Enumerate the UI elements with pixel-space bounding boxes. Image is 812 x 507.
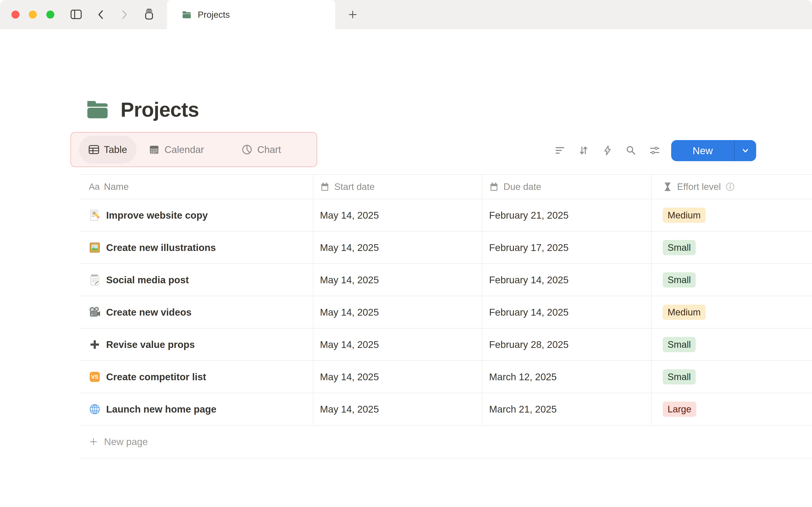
view-label: Chart — [257, 144, 281, 155]
heavy-plus-icon — [89, 339, 101, 350]
framed-picture-icon — [89, 242, 101, 253]
calendar-icon — [320, 182, 329, 191]
folder-icon — [182, 10, 192, 20]
start-date-cell[interactable]: May 14, 2025 — [313, 393, 482, 425]
page-name: Improve website copy — [106, 210, 208, 221]
effort-cell[interactable]: Medium — [652, 296, 812, 328]
column-header-due-date[interactable]: Due date — [482, 175, 652, 199]
new-button[interactable]: New — [671, 140, 734, 161]
effort-badge: Large — [663, 402, 696, 417]
pie-chart-icon — [241, 144, 253, 155]
start-date: May 14, 2025 — [320, 339, 379, 350]
effort-cell[interactable]: Small — [652, 231, 812, 264]
view-label: Table — [104, 144, 127, 155]
tab-chart-view[interactable]: Chart — [241, 144, 281, 155]
table-row: VS Create competitor list May 14, 2025 M… — [79, 361, 812, 393]
back-icon[interactable] — [97, 9, 104, 20]
name-cell[interactable]: Revise value props — [79, 329, 313, 360]
start-date-cell[interactable]: May 14, 2025 — [313, 231, 482, 264]
start-date: May 14, 2025 — [320, 274, 379, 286]
chevron-down-icon — [740, 146, 751, 156]
page-name: Revise value props — [106, 339, 195, 350]
forward-icon[interactable] — [121, 9, 129, 20]
name-cell[interactable]: Create new videos — [79, 296, 313, 328]
filter-icon[interactable] — [554, 145, 565, 156]
tab-title: Projects — [198, 10, 230, 20]
tab-table-view[interactable]: Table — [79, 135, 136, 164]
start-date: May 14, 2025 — [320, 306, 379, 318]
automation-bolt-icon[interactable] — [602, 145, 613, 156]
column-label: Due date — [504, 181, 541, 192]
due-date-cell[interactable]: February 21, 2025 — [482, 199, 652, 231]
close-window-button[interactable] — [11, 11, 19, 18]
start-date: May 14, 2025 — [320, 403, 379, 415]
table-row: Create new illustrations May 14, 2025 Fe… — [79, 231, 812, 264]
new-button-group: New — [671, 140, 756, 161]
start-date-cell[interactable]: May 14, 2025 — [313, 361, 482, 393]
browser-tab-projects[interactable]: Projects — [167, 0, 335, 30]
sort-icon[interactable] — [578, 145, 589, 156]
page-icon-folder[interactable] — [86, 98, 109, 122]
name-cell[interactable]: Launch new home page — [79, 393, 313, 425]
start-date-cell[interactable]: May 14, 2025 — [313, 199, 482, 231]
new-page-label: New page — [104, 436, 148, 447]
table-grid-icon — [88, 144, 100, 155]
due-date-cell[interactable]: March 21, 2025 — [482, 393, 652, 425]
vs-button-icon: VS — [89, 371, 101, 383]
page-name: Create new videos — [106, 306, 192, 318]
column-header-name[interactable]: Aa Name — [79, 175, 313, 199]
due-date-cell[interactable]: February 14, 2025 — [482, 296, 652, 328]
minimize-window-button[interactable] — [29, 11, 37, 18]
name-cell[interactable]: Create new illustrations — [79, 231, 313, 264]
start-date: May 14, 2025 — [320, 210, 379, 221]
tab-calendar-view[interactable]: Calendar — [148, 144, 204, 155]
name-cell[interactable]: Improve website copy — [79, 199, 313, 231]
calendar-icon — [148, 144, 160, 155]
view-settings-icon[interactable] — [649, 145, 660, 156]
name-cell[interactable]: VS Create competitor list — [79, 361, 313, 393]
due-date-cell[interactable]: March 12, 2025 — [482, 361, 652, 393]
column-header-effort-level[interactable]: Effort level — [652, 175, 812, 199]
app-window: Projects Projects Table Calendar Chart — [0, 0, 812, 507]
table-row: Improve website copy May 14, 2025 Februa… — [79, 199, 812, 231]
new-page-button[interactable]: New page — [79, 426, 812, 458]
new-tab-icon[interactable] — [348, 9, 358, 20]
due-date: March 12, 2025 — [489, 371, 557, 383]
effort-cell[interactable]: Small — [652, 264, 812, 296]
name-cell[interactable]: Social media post — [79, 264, 313, 296]
column-label: Effort level — [677, 181, 721, 192]
start-date-cell[interactable]: May 14, 2025 — [313, 296, 482, 328]
info-icon[interactable] — [725, 182, 735, 191]
start-date-cell[interactable]: May 14, 2025 — [313, 264, 482, 296]
column-header-start-date[interactable]: Start date — [313, 175, 482, 199]
start-date-cell[interactable]: May 14, 2025 — [313, 329, 482, 360]
effort-cell[interactable]: Medium — [652, 199, 812, 231]
view-label: Calendar — [164, 144, 204, 155]
tab-stack-icon[interactable] — [143, 8, 155, 20]
new-button-dropdown[interactable] — [734, 140, 756, 161]
zoom-window-button[interactable] — [46, 11, 54, 18]
effort-cell[interactable]: Small — [652, 361, 812, 393]
effort-badge: Small — [663, 369, 696, 385]
spiral-notepad-icon — [89, 274, 101, 286]
table-row: Create new videos May 14, 2025 February … — [79, 296, 812, 329]
projects-table: Aa Name Start date Due date Effort level… — [79, 174, 812, 458]
effort-cell[interactable]: Small — [652, 329, 812, 360]
effort-badge: Small — [663, 337, 696, 352]
effort-cell[interactable]: Large — [652, 393, 812, 425]
due-date: February 14, 2025 — [489, 274, 569, 286]
due-date-cell[interactable]: February 28, 2025 — [482, 329, 652, 360]
due-date: February 28, 2025 — [489, 339, 569, 350]
column-label: Name — [104, 181, 129, 192]
effort-badge: Small — [663, 240, 696, 255]
due-date-cell[interactable]: February 17, 2025 — [482, 231, 652, 264]
due-date: March 21, 2025 — [489, 403, 557, 415]
toggle-sidebar-icon[interactable] — [70, 9, 82, 20]
due-date-cell[interactable]: February 14, 2025 — [482, 264, 652, 296]
hourglass-icon — [663, 182, 672, 191]
view-switcher: Table Calendar Chart — [70, 132, 317, 167]
movie-camera-icon — [89, 306, 101, 318]
search-icon[interactable] — [625, 145, 637, 156]
new-button-label: New — [693, 145, 713, 157]
page-title[interactable]: Projects — [120, 98, 199, 121]
